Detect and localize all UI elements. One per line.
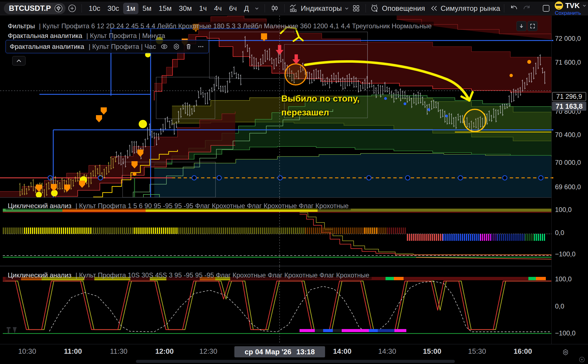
undo-button[interactable]: [508, 3, 520, 14]
legend-fractal-minute[interactable]: Фрактальная аналитика | Культ Профита | …: [6, 31, 167, 40]
orange-square-marker: [261, 33, 267, 39]
timeframe-menu-button[interactable]: [253, 4, 261, 12]
market-replay-button[interactable]: Симулятор рынка: [430, 4, 500, 13]
line-anchor-point[interactable]: [503, 176, 507, 180]
entry-highlight-circle[interactable]: [285, 64, 306, 85]
layout-grid-button[interactable]: [351, 3, 362, 14]
orange-dot-marker: [527, 60, 531, 64]
user-name: TVK: [565, 2, 580, 9]
expand-icon: [530, 23, 535, 29]
osc-label: −100,0: [555, 250, 576, 258]
redo-button[interactable]: [521, 3, 533, 14]
time-axis[interactable]: 10:30 11:00 11:30 12:00 12:30 14:00 14:3…: [0, 344, 588, 364]
price-label: 70 400,0: [555, 131, 581, 139]
price-label: 72 000,0: [555, 35, 581, 42]
eye-visibility-icon[interactable]: [160, 43, 168, 50]
time-label: 12:30: [199, 347, 217, 356]
osc1-heatbars-below: [407, 234, 545, 241]
timeframe-1h[interactable]: 1ч: [196, 3, 210, 14]
symbol-button[interactable]: BTCUSDT.P: [4, 3, 65, 14]
time-label: 10:30: [18, 347, 36, 356]
scale-reset-button[interactable]: [516, 21, 526, 31]
toolbar-separator: [82, 4, 82, 12]
line-anchor-point[interactable]: [458, 176, 463, 180]
toolbar-separator: [265, 4, 265, 12]
blue-dot-marker: [427, 108, 430, 111]
orange-dot-marker: [133, 172, 136, 176]
legend-cyclic-1[interactable]: Циклический анализ | Культ Профита 1 5 6…: [6, 201, 351, 210]
candles-icon: [270, 4, 279, 13]
legend-params: | Культ Профита | Минута: [86, 32, 165, 39]
time-label: 15:00: [423, 347, 442, 356]
chart-style-button[interactable]: [269, 2, 280, 14]
axis-tick: [552, 177, 553, 178]
timeframe-10s[interactable]: 10с: [86, 3, 103, 14]
line-anchor-point[interactable]: [367, 176, 371, 180]
legend-name: Циклический анализ: [8, 202, 72, 209]
indicators-button[interactable]: Индикаторы: [288, 4, 349, 13]
timeframe-30m[interactable]: 30м: [176, 3, 195, 14]
crosshair-price-label: 71 163,8: [552, 102, 586, 111]
line-anchor-point[interactable]: [48, 176, 52, 180]
more-options-dots-icon[interactable]: [197, 43, 205, 50]
pane-divider[interactable]: [0, 266, 551, 266]
indicator-settings-gear-icon[interactable]: [173, 43, 180, 50]
timeframe-30s[interactable]: 30с: [104, 3, 122, 14]
maximize-pane-button[interactable]: [528, 21, 538, 31]
legend-collapse-button[interactable]: [12, 56, 26, 65]
pane-divider[interactable]: [0, 197, 551, 198]
alerts-button[interactable]: Оповещения: [370, 3, 425, 13]
timeframe-6h[interactable]: 6ч: [226, 3, 240, 14]
legend-name: Фильтры: [8, 22, 35, 30]
save-layout-link[interactable]: Сохранить: [555, 10, 581, 16]
line-anchor-point[interactable]: [405, 176, 410, 180]
osc-label: 0,0: [555, 302, 564, 310]
time-label: 12:00: [155, 347, 174, 356]
user-menu[interactable]: TVK Сохранить: [555, 1, 587, 16]
replay-rewind-icon: [430, 4, 438, 12]
legend-params: | Культ Профита 1 5 6 90 95 -95 95 -95 Ф…: [75, 202, 349, 209]
yellow-circle-marker: [51, 190, 58, 196]
timeframe-1d[interactable]: Д: [241, 3, 252, 14]
object-tree-corner-icon[interactable]: [579, 356, 585, 363]
delete-trash-icon[interactable]: [185, 43, 192, 50]
arrow-down-icon: [519, 23, 524, 29]
orange-pin-marker: [96, 115, 102, 122]
layout-single-button[interactable]: [540, 2, 552, 14]
osc-label: 100,0: [555, 206, 572, 214]
timeframe-4h[interactable]: 4ч: [211, 3, 225, 14]
osc-label: 0,0: [555, 229, 564, 237]
osc1-red-strip: [3, 212, 551, 213]
replay-label: Симулятор рынка: [440, 4, 500, 13]
line-anchor-point[interactable]: [539, 176, 543, 180]
legend-filters[interactable]: Фильтры | Культ Профита 6 12 2D 24 2 45 …: [6, 22, 434, 31]
line-anchor-point[interactable]: [278, 176, 282, 180]
timeframe-15m[interactable]: 15м: [156, 3, 175, 14]
legend-cyclic-2[interactable]: Циклический анализ | Культ Профита 10S 3…: [6, 271, 372, 280]
last-price-label: 71 296,9: [552, 92, 586, 101]
top-toolbar: BTCUSDT.P 10с 30с 1м 5м 15м 30м 1ч 4ч 6ч…: [0, 2, 588, 15]
legend-fractal-hour-selected[interactable]: Фрактальная аналитика | Культ Профита | …: [6, 40, 209, 53]
time-axis-settings-gear-icon[interactable]: [561, 348, 570, 357]
timeframe-5m[interactable]: 5м: [140, 3, 154, 14]
line-anchor-point[interactable]: [192, 176, 196, 180]
axis-tick: [552, 129, 553, 130]
time-label: 11:00: [64, 347, 82, 356]
toolbar-separator: [504, 4, 504, 12]
time-label: 14:00: [333, 347, 352, 356]
compare-add-button[interactable]: [67, 3, 78, 14]
timeframe-1m-active[interactable]: 1м: [123, 3, 138, 14]
symbol-logo-diamond-icon: [54, 4, 63, 12]
toolbar-separator: [284, 4, 285, 12]
price-axis[interactable]: 72 000,0 71 600,0 70 800,0 70 400,0 70 0…: [552, 16, 588, 344]
undo-arrow-icon: [509, 4, 519, 12]
axis-tick: [552, 40, 553, 41]
grid-layout-icon: [352, 4, 361, 13]
drawing-text-annotation[interactable]: Выбило по стопу, перезашел: [281, 92, 359, 119]
line-anchor-point[interactable]: [217, 176, 221, 180]
indicators-icon: [288, 4, 298, 13]
user-avatar-sunglasses-icon: [555, 1, 563, 10]
chevron-down-icon: [254, 6, 260, 11]
reentry-highlight-circle[interactable]: [464, 109, 486, 132]
horizontal-scrollbar[interactable]: [136, 360, 455, 363]
